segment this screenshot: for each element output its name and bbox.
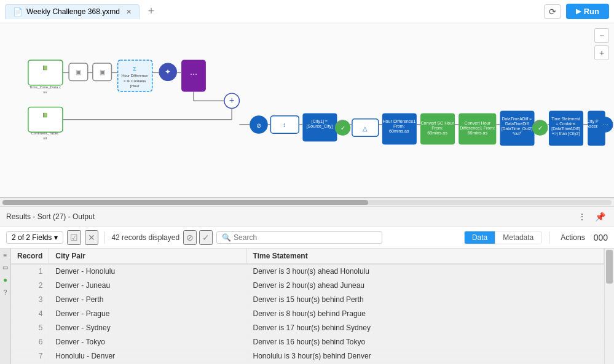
cell-time-statement: Denver is 2 hour(s) ahead Juneau	[246, 279, 604, 293]
svg-text:📗: 📗	[42, 65, 48, 71]
v-scroll-thumb[interactable]	[606, 250, 613, 284]
svg-text:Time Statement: Time Statement	[551, 117, 580, 121]
cell-city-pair: Honolulu - Denver	[49, 349, 246, 363]
search-input[interactable]	[234, 233, 377, 242]
h-scrollbar-thumb[interactable]	[2, 200, 368, 205]
svg-text:⋯: ⋯	[602, 122, 608, 128]
cell-record: 3	[11, 293, 49, 307]
v-scroll-track[interactable]	[606, 250, 613, 363]
history-icon: ⟳	[549, 7, 556, 17]
sidebar-menu-icon[interactable]: ≡	[2, 251, 9, 260]
title-bar-actions: ⟳ Run	[544, 4, 609, 19]
svg-text:[DataTimeADiff]: [DataTimeADiff]	[551, 126, 580, 131]
check-icon-btn[interactable]: ✓	[199, 230, 213, 245]
svg-text:Continent_Table.: Continent_Table.	[31, 131, 59, 135]
cell-city-pair: Denver - Prague	[49, 307, 246, 321]
h-scrollbar[interactable]	[0, 198, 614, 207]
right-scrollbar[interactable]	[604, 249, 614, 364]
records-count: 42 records displayed	[111, 233, 179, 242]
svg-text:60mins.as: 60mins.as	[427, 131, 447, 136]
svg-text:60mins.as: 60mins.as	[468, 131, 488, 136]
metadata-tab-btn[interactable]: Metadata	[495, 231, 541, 244]
data-tab-btn[interactable]: Data	[465, 231, 495, 244]
uncheck-btn[interactable]: ✕	[85, 230, 98, 245]
history-btn[interactable]: ⟳	[544, 4, 561, 19]
results-header: Results - Sort (27) - Output ⋮ 📌	[0, 207, 614, 227]
svg-rect-26	[28, 107, 63, 132]
zoom-in-btn[interactable]: +	[594, 45, 609, 60]
fields-dropdown[interactable]: 2 of 2 Fields ▾	[6, 231, 63, 244]
svg-text:sit: sit	[43, 136, 47, 140]
cell-time-statement: Denver is 16 hour(s) behind Tokyo	[246, 335, 604, 349]
svg-text:▣: ▣	[76, 69, 81, 76]
check-all-btn[interactable]: ☑	[67, 230, 81, 245]
workflow-svg: 📗 Time_Zone_Data.c sv ▣ ▣ Σ Hour Differe…	[0, 23, 614, 197]
cell-time-statement: Denver is 17 hour(s) behind Sydney	[246, 321, 604, 335]
tab-label: Weekly Challenge 368.yxmd	[26, 7, 120, 16]
cell-record: 5	[11, 321, 49, 335]
data-table-container[interactable]: Record City Pair Time Statement 1 Denver…	[11, 249, 604, 364]
tab-close-btn[interactable]: ✕	[126, 8, 132, 16]
svg-text:Time_Zone_Data.c: Time_Zone_Data.c	[30, 85, 61, 89]
title-bar: 📄 Weekly Challenge 368.yxmd ✕ + ⟳ Run	[0, 0, 614, 23]
svg-text:Convert Hour: Convert Hour	[465, 121, 491, 126]
zoom-out-icon: −	[599, 31, 604, 41]
svg-text:↕: ↕	[283, 122, 286, 128]
svg-text:Hour Difference1: Hour Difference1	[382, 119, 415, 124]
svg-text:*out*: *out*	[513, 131, 522, 136]
new-tab-btn[interactable]: +	[144, 5, 159, 18]
svg-text:+: +	[229, 95, 234, 105]
file-tab[interactable]: 📄 Weekly Challenge 368.yxmd ✕	[5, 4, 140, 19]
svg-text:✓: ✓	[340, 125, 345, 131]
svg-text:Σ: Σ	[133, 66, 136, 72]
cell-city-pair: Denver - Perth	[49, 293, 246, 307]
extra-options-btn[interactable]: 000	[594, 233, 608, 242]
actions-btn[interactable]: Actions	[557, 232, 588, 243]
toolbar-separator-1	[104, 231, 105, 244]
table-row: 1 Denver - Honolulu Denver is 3 hour(s) …	[11, 264, 604, 279]
svg-text:From:: From:	[393, 124, 405, 129]
sidebar-circle-icon[interactable]: ●	[2, 274, 9, 285]
view-tab-group: Data Metadata	[464, 231, 541, 244]
table-row: 7 Honolulu - Denver Honolulu is 3 hour(s…	[11, 349, 604, 363]
cell-record: 7	[11, 349, 49, 363]
svg-text:[City1] =: [City1] =	[312, 119, 328, 124]
results-body: ≡ ▭ ● ? Record City Pair Time Statement	[0, 249, 614, 364]
fields-label: 2 of 2 Fields	[12, 233, 52, 242]
svg-text:[Hour: [Hour	[130, 83, 140, 88]
svg-text:[DataTime_Out2]: [DataTime_Out2]	[502, 126, 532, 131]
svg-text:From:: From:	[431, 126, 443, 131]
cell-record: 6	[11, 335, 49, 349]
table-row: 4 Denver - Prague Denver is 8 hour(s) be…	[11, 307, 604, 321]
search-box[interactable]: 🔍	[216, 231, 382, 244]
cell-city-pair: Denver - Juneau	[49, 279, 246, 293]
col-time-statement: Time Statement	[246, 249, 604, 264]
toolbar-icons: ⊘ ✓	[183, 230, 213, 245]
run-btn[interactable]: Run	[566, 4, 609, 19]
cell-time-statement: Honolulu is 3 hour(s) behind Denver	[246, 349, 604, 363]
svg-text:= IF Contains: = IF Contains	[124, 79, 146, 83]
canvas-controls: − +	[594, 28, 609, 60]
data-table: Record City Pair Time Statement 1 Denver…	[11, 249, 604, 363]
block-icon-btn[interactable]: ⊘	[183, 230, 197, 245]
results-pin-btn[interactable]: 📌	[592, 211, 608, 223]
file-icon: 📄	[13, 7, 23, 17]
svg-text:sv: sv	[43, 90, 47, 94]
svg-text:✦: ✦	[165, 68, 171, 76]
svg-text:DataTimeADiff =: DataTimeADiff =	[502, 117, 532, 121]
col-city-pair: City Pair	[49, 249, 246, 264]
h-scrollbar-track[interactable]	[2, 200, 612, 205]
zoom-out-btn[interactable]: −	[594, 28, 609, 43]
svg-text:60mins.as: 60mins.as	[389, 129, 409, 134]
run-label: Run	[584, 7, 599, 16]
workflow-canvas-area[interactable]: 📗 Time_Zone_Data.c sv ▣ ▣ Σ Hour Differe…	[0, 23, 614, 198]
table-row: 6 Denver - Tokyo Denver is 16 hour(s) be…	[11, 335, 604, 349]
sidebar-table-icon[interactable]: ▭	[1, 263, 9, 272]
cell-record: 4	[11, 307, 49, 321]
sidebar-help-icon[interactable]: ?	[2, 288, 9, 297]
results-header-right: ⋮ 📌	[575, 211, 608, 223]
toolbar-separator-2	[549, 231, 549, 244]
left-sidebar: ≡ ▭ ● ?	[0, 249, 11, 364]
cell-time-statement: Denver is 3 hour(s) ahead Honolulu	[246, 264, 604, 279]
results-menu-btn[interactable]: ⋮	[575, 211, 589, 223]
